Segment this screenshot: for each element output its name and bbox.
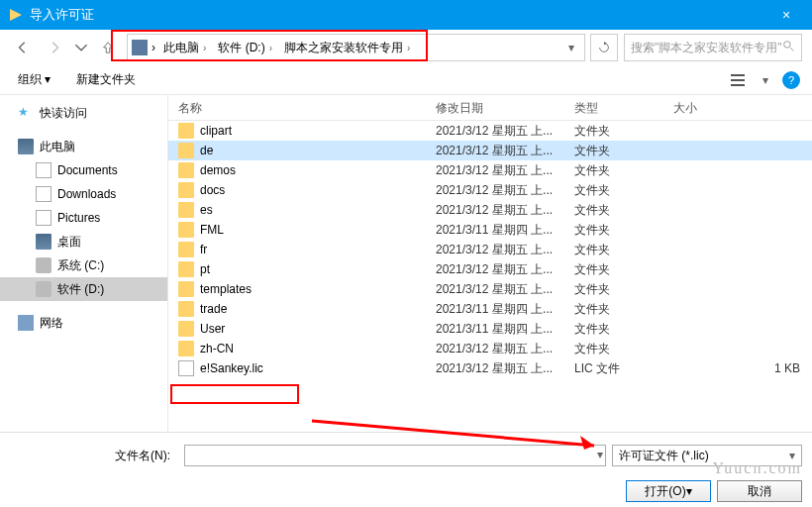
column-headers[interactable]: 名称 修改日期 类型 大小	[168, 95, 812, 121]
file-name: es	[200, 203, 213, 217]
sidebar-item[interactable]: 此电脑	[0, 135, 167, 158]
lic-icon	[178, 360, 194, 376]
sidebar-item[interactable]: Downloads	[0, 182, 167, 206]
sidebar-item-label: Pictures	[57, 211, 100, 225]
monitor-icon	[36, 234, 51, 250]
folder-icon	[178, 261, 194, 277]
file-name: clipart	[200, 124, 232, 138]
file-type: 文件夹	[564, 162, 663, 179]
file-type: 文件夹	[564, 182, 663, 199]
chevron-right-icon: ›	[152, 41, 155, 54]
file-date: 2021/3/11 星期四 上...	[426, 321, 564, 338]
search-input[interactable]: 搜索"脚本之家安装软件专用"	[624, 34, 802, 61]
col-size[interactable]: 大小	[663, 95, 812, 120]
col-date[interactable]: 修改日期	[426, 95, 564, 120]
chevron-down-icon[interactable]: ▾	[597, 448, 603, 461]
file-name: trade	[200, 302, 227, 316]
organize-button[interactable]: 组织 ▾	[12, 68, 56, 91]
file-date: 2021/3/12 星期五 上...	[426, 143, 564, 159]
net-icon	[18, 315, 34, 331]
doc-icon	[36, 210, 51, 226]
sidebar-item-label: Downloads	[57, 187, 116, 201]
breadcrumb-path[interactable]: › 此电脑› 软件 (D:)› 脚本之家安装软件专用› ▾	[127, 34, 585, 61]
file-name: demos	[200, 163, 236, 177]
sidebar-item[interactable]: ★快读访问	[0, 101, 167, 125]
help-button[interactable]: ?	[782, 71, 800, 89]
file-row[interactable]: demos2021/3/12 星期五 上...文件夹	[168, 160, 812, 180]
file-row[interactable]: trade2021/3/11 星期四 上...文件夹	[168, 299, 812, 319]
file-type: 文件夹	[564, 222, 663, 239]
bottom-panel: 文件名(N): ▾ 许可证文件 (*.lic)▾ 打开(O) ▾ 取消	[0, 432, 812, 507]
folder-icon	[178, 321, 194, 337]
sidebar-item[interactable]: Pictures	[0, 206, 167, 230]
svg-point-0	[784, 42, 791, 49]
col-type[interactable]: 类型	[564, 95, 663, 120]
toolbar: 组织 ▾ 新建文件夹 ▾ ?	[0, 65, 812, 95]
file-name: de	[200, 144, 213, 157]
file-row[interactable]: zh-CN2021/3/12 星期五 上...文件夹	[168, 339, 812, 358]
file-date: 2021/3/12 星期五 上...	[426, 281, 564, 298]
filename-label: 文件名(N):	[10, 448, 178, 464]
file-type: LIC 文件	[564, 360, 663, 377]
nav-row: › 此电脑› 软件 (D:)› 脚本之家安装软件专用› ▾ 搜索"脚本之家安装软…	[0, 30, 812, 65]
up-button[interactable]	[95, 35, 121, 60]
view-dropdown[interactable]: ▾	[762, 73, 768, 87]
path-dropdown[interactable]: ▾	[568, 41, 580, 54]
file-date: 2021/3/12 星期五 上...	[426, 341, 564, 357]
sidebar-item-label: 网络	[40, 315, 63, 332]
monitor-icon	[18, 139, 34, 154]
file-row[interactable]: e!Sankey.lic2021/3/12 星期五 上...LIC 文件1 KB	[168, 358, 812, 378]
open-button[interactable]: 打开(O) ▾	[626, 480, 711, 502]
file-row[interactable]: clipart2021/3/12 星期五 上...文件夹	[168, 121, 812, 141]
sidebar-item[interactable]: 桌面	[0, 230, 167, 254]
recent-dropdown[interactable]	[73, 35, 89, 60]
new-folder-button[interactable]: 新建文件夹	[70, 68, 142, 91]
folder-icon	[178, 341, 194, 356]
sidebar-item[interactable]: 网络	[0, 311, 167, 335]
file-name: templates	[200, 282, 252, 296]
sidebar-item-label: 软件 (D:)	[57, 281, 104, 298]
col-name[interactable]: 名称	[168, 95, 426, 120]
folder-icon	[178, 143, 194, 158]
file-date: 2021/3/11 星期四 上...	[426, 222, 564, 239]
file-row[interactable]: User2021/3/11 星期四 上...文件夹	[168, 319, 812, 339]
back-button[interactable]	[10, 35, 36, 60]
disk-icon	[36, 257, 51, 273]
file-name: e!Sankey.lic	[200, 361, 263, 375]
file-row[interactable]: es2021/3/12 星期五 上...文件夹	[168, 200, 812, 220]
doc-icon	[36, 162, 51, 178]
view-mode-button[interactable]	[727, 69, 749, 91]
file-row[interactable]: templates2021/3/12 星期五 上...文件夹	[168, 279, 812, 299]
app-icon	[8, 7, 24, 23]
breadcrumb-seg[interactable]: 脚本之家安装软件专用›	[280, 38, 414, 58]
folder-icon	[178, 301, 194, 317]
file-name: docs	[200, 183, 225, 197]
pc-icon	[132, 40, 148, 55]
svg-rect-2	[731, 79, 745, 81]
sidebar-item[interactable]: 系统 (C:)	[0, 254, 167, 277]
breadcrumb-seg[interactable]: 软件 (D:)›	[214, 38, 276, 58]
filename-input[interactable]: ▾	[184, 445, 606, 466]
file-name: FML	[200, 223, 224, 237]
file-row[interactable]: fr2021/3/12 星期五 上...文件夹	[168, 240, 812, 259]
breadcrumb-seg[interactable]: 此电脑›	[159, 38, 210, 58]
file-row[interactable]: de2021/3/12 星期五 上...文件夹	[168, 141, 812, 160]
close-button[interactable]: ×	[768, 0, 804, 30]
sidebar-item[interactable]: 软件 (D:)	[0, 277, 167, 301]
sidebar-item[interactable]: Documents	[0, 158, 167, 182]
file-date: 2021/3/12 星期五 上...	[426, 182, 564, 199]
main-area: ★快读访问此电脑DocumentsDownloadsPictures桌面系统 (…	[0, 95, 812, 432]
disk-icon	[36, 281, 51, 297]
file-name: User	[200, 322, 225, 336]
file-type: 文件夹	[564, 143, 663, 159]
folder-icon	[178, 242, 194, 257]
refresh-button[interactable]	[590, 34, 618, 61]
cancel-button[interactable]: 取消	[717, 480, 802, 502]
file-date: 2021/3/11 星期四 上...	[426, 301, 564, 318]
file-row[interactable]: docs2021/3/12 星期五 上...文件夹	[168, 180, 812, 200]
button-row: 打开(O) ▾ 取消	[10, 480, 802, 502]
file-row[interactable]: FML2021/3/11 星期四 上...文件夹	[168, 220, 812, 240]
forward-button[interactable]	[42, 35, 67, 60]
file-pane: 名称 修改日期 类型 大小 clipart2021/3/12 星期五 上...文…	[168, 95, 812, 432]
file-row[interactable]: pt2021/3/12 星期五 上...文件夹	[168, 259, 812, 279]
